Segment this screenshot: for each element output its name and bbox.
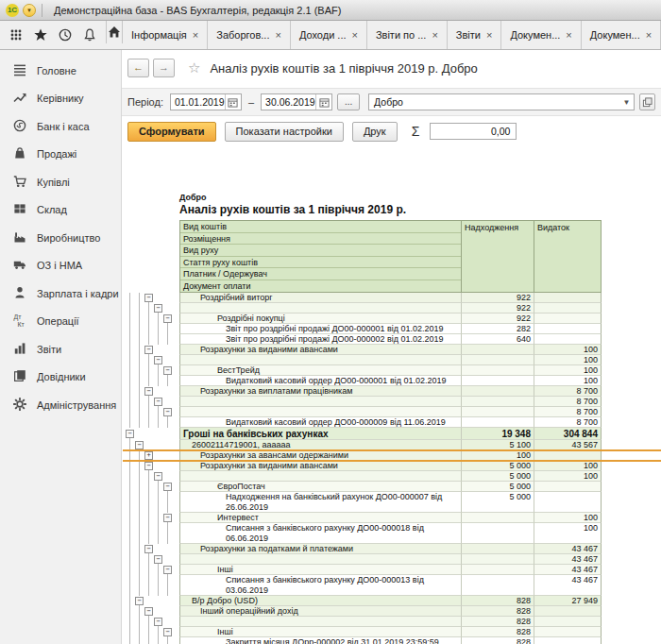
row-out-cell[interactable]: 100 — [534, 355, 602, 365]
close-icon[interactable]: × — [646, 30, 652, 41]
report-row[interactable]: Видатковий касовий ордер ДО00-000009 від… — [123, 417, 661, 428]
row-in-cell[interactable]: 5 000 — [461, 471, 534, 482]
row-out-cell[interactable]: 8 700 — [534, 417, 602, 428]
row-in-cell[interactable]: 5 000 — [461, 492, 534, 513]
report-row[interactable]: −100 — [123, 355, 661, 365]
sidebar-item-11[interactable]: Довідники — [0, 364, 121, 392]
row-out-cell[interactable]: 304 844 — [534, 428, 602, 440]
collapse-icon[interactable]: − — [163, 408, 172, 416]
report-header-row-4[interactable]: Платник / Одержувач — [180, 268, 461, 280]
collapse-icon[interactable]: − — [154, 618, 162, 626]
collapse-icon[interactable]: − — [135, 441, 144, 449]
row-in-cell[interactable] — [461, 365, 534, 376]
report-row[interactable]: −8 700 — [123, 397, 661, 407]
history-icon[interactable] — [53, 24, 77, 46]
calendar-icon[interactable] — [225, 94, 241, 110]
row-label-cell[interactable] — [179, 397, 461, 407]
report-row[interactable]: −Гроші на банківських рахунках19 348304 … — [123, 428, 661, 440]
collapse-icon[interactable]: − — [144, 294, 153, 302]
report-row[interactable]: Видатковий касовий ордер ДО00-000001 від… — [123, 376, 661, 386]
print-button[interactable]: Друк — [352, 122, 398, 142]
row-label-cell[interactable]: Інші — [179, 627, 461, 637]
date-from-field[interactable]: 01.01.2019 — [170, 93, 242, 110]
row-out-cell[interactable]: 43 467 — [534, 575, 602, 596]
row-out-cell[interactable]: 100 — [534, 513, 602, 523]
row-in-cell[interactable] — [461, 554, 534, 565]
sigma-icon[interactable]: Σ — [412, 124, 420, 139]
report-row[interactable]: +Розрахунки за авансами одержаними100 — [123, 450, 661, 461]
row-in-cell[interactable]: 640 — [461, 334, 534, 345]
organization-combo[interactable]: Добро ▼ — [368, 93, 635, 110]
sidebar-item-1[interactable]: Керівнику — [0, 85, 121, 113]
report-row[interactable]: Звіт про роздрібні продажі ДО00-000001 в… — [123, 324, 661, 334]
row-in-cell[interactable] — [461, 397, 534, 407]
row-out-cell[interactable] — [534, 617, 602, 627]
row-out-cell[interactable]: 43 467 — [534, 565, 602, 575]
notifications-bell-icon[interactable] — [77, 24, 102, 46]
row-in-cell[interactable]: 828 — [461, 606, 534, 617]
row-out-cell[interactable] — [534, 627, 602, 637]
favorites-star-icon[interactable] — [28, 24, 53, 46]
row-out-cell[interactable] — [534, 303, 602, 314]
row-in-cell[interactable] — [461, 417, 534, 428]
report-header-row-1[interactable]: Розміщення — [180, 233, 461, 246]
organization-value[interactable]: Добро — [369, 96, 619, 108]
sidebar-item-12[interactable]: Адміністрування — [0, 391, 121, 419]
report-row[interactable]: −922 — [123, 303, 661, 314]
row-in-cell[interactable]: 5 000 — [461, 482, 534, 492]
report-header-row-0[interactable]: Вид коштів — [180, 221, 461, 233]
report-row[interactable]: −В/р Добро (USD)82827 949 — [123, 596, 661, 606]
collapse-icon[interactable]: − — [154, 398, 162, 406]
collapse-icon[interactable]: − — [163, 628, 172, 636]
row-out-cell[interactable] — [534, 606, 602, 617]
row-label-cell[interactable]: Интервест — [179, 513, 461, 523]
report-row[interactable]: −Розрахунки за виданими авансами100 — [123, 345, 661, 355]
collapse-icon[interactable]: − — [144, 462, 153, 470]
row-label-cell[interactable]: Видатковий касовий ордер ДО00-000001 від… — [179, 376, 461, 386]
row-in-cell[interactable]: 922 — [461, 293, 534, 303]
show-settings-button[interactable]: Показати настройки — [225, 122, 344, 142]
row-label-cell[interactable]: Списання з банківського рахунку ДО00-000… — [179, 523, 461, 544]
close-icon[interactable]: × — [566, 30, 571, 41]
row-label-cell[interactable]: Інший операційний дохід — [179, 606, 461, 617]
close-icon[interactable]: × — [275, 30, 280, 41]
sidebar-item-9[interactable]: ДтКтОперації — [0, 308, 121, 336]
collapse-icon[interactable]: − — [154, 472, 162, 481]
row-out-cell[interactable] — [534, 482, 602, 492]
tab-0[interactable]: Інформація× — [123, 21, 208, 49]
report-row[interactable]: −Интервест100 — [123, 513, 661, 523]
row-out-cell[interactable] — [534, 492, 602, 513]
sidebar-item-5[interactable]: Склад — [0, 196, 121, 225]
report-row[interactable]: −ЄвроПостач5 000 — [123, 482, 661, 492]
row-in-cell[interactable]: 828 — [461, 637, 534, 644]
row-out-cell[interactable]: 100 — [534, 365, 602, 376]
report-row[interactable]: Звіт про роздрібні продажі ДО00-000002 в… — [123, 334, 661, 345]
tab-6[interactable]: Докумен...× — [582, 21, 661, 49]
row-label-cell[interactable] — [179, 303, 461, 314]
report-row[interactable]: −Роздрібний виторг922 — [123, 293, 661, 303]
row-label-cell[interactable]: В/р Добро (USD) — [179, 596, 461, 606]
report-header-row-5[interactable]: Документ оплати — [180, 280, 461, 293]
row-in-cell[interactable] — [461, 386, 534, 397]
tab-1[interactable]: Заборгов...× — [208, 21, 291, 49]
report-row[interactable]: −Розрахунки за виплатами працівникам8 70… — [123, 386, 661, 397]
generate-button[interactable]: Сформувати — [127, 122, 216, 142]
report-row[interactable]: −Розрахунки за виданими авансами5 000100 — [123, 461, 661, 471]
collapse-icon[interactable]: − — [154, 555, 162, 564]
report-row[interactable]: Надходження на банківський рахунок ДО00-… — [123, 492, 661, 513]
row-out-cell[interactable]: 100 — [534, 523, 602, 544]
row-label-cell[interactable]: Розрахунки за авансами одержаними — [179, 450, 461, 461]
row-label-cell[interactable] — [179, 355, 461, 365]
row-label-cell[interactable]: Звіт про роздрібні продажі ДО00-000001 в… — [179, 324, 461, 334]
row-out-cell[interactable]: 43 467 — [534, 544, 602, 554]
row-out-cell[interactable]: 100 — [534, 471, 602, 482]
apps-menu-icon[interactable] — [4, 24, 28, 46]
row-in-cell[interactable] — [461, 376, 534, 386]
row-out-cell[interactable] — [534, 450, 602, 461]
back-button[interactable]: ← — [127, 59, 149, 77]
row-label-cell[interactable] — [179, 407, 461, 417]
row-label-cell[interactable]: Розрахунки за виплатами працівникам — [179, 386, 461, 397]
row-in-cell[interactable]: 5 000 — [461, 461, 534, 471]
tab-2[interactable]: Доходи ...× — [291, 21, 367, 49]
collapse-icon[interactable]: − — [154, 356, 162, 364]
